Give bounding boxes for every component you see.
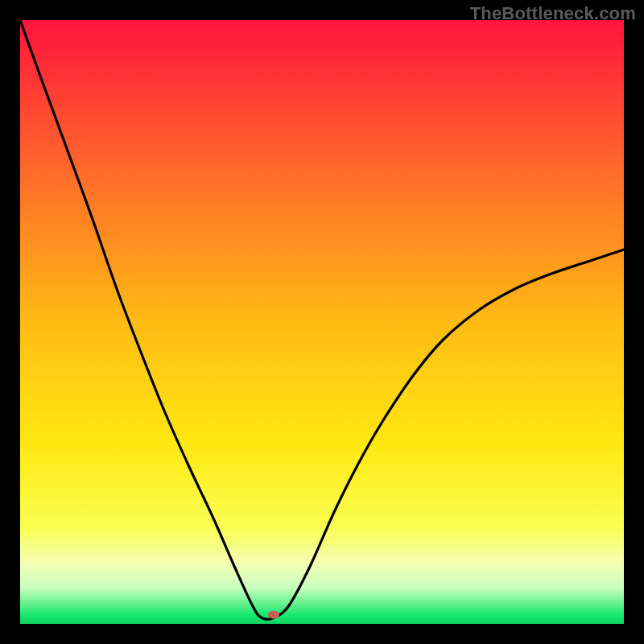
gradient-background <box>20 20 624 624</box>
chart-frame: TheBottleneck.com <box>0 0 644 644</box>
plot-area <box>20 20 624 624</box>
optimal-point-marker <box>268 611 279 619</box>
chart-svg <box>20 20 624 624</box>
